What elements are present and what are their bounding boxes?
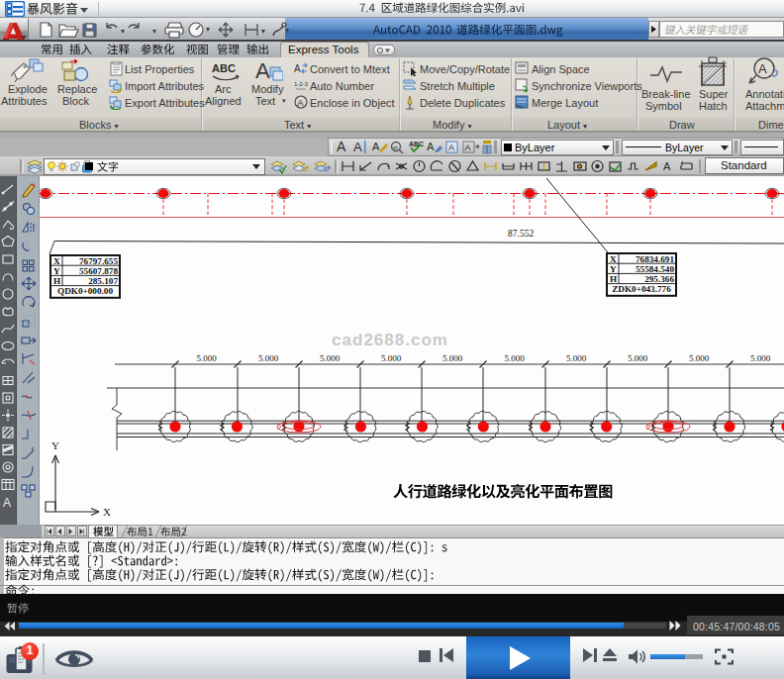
svg-text:76797.655: 76797.655 bbox=[79, 256, 118, 266]
svg-text:5.000: 5.000 bbox=[258, 353, 279, 363]
svg-text:A: A bbox=[353, 140, 362, 154]
svg-text:A: A bbox=[758, 61, 767, 76]
svg-text:Y: Y bbox=[610, 264, 617, 274]
svg-text:QDK0+000.00: QDK0+000.00 bbox=[57, 286, 113, 296]
svg-text:H: H bbox=[53, 276, 60, 286]
svg-text:A: A bbox=[3, 496, 11, 510]
svg-text:5.000: 5.000 bbox=[504, 353, 525, 363]
svg-text:5.000: 5.000 bbox=[689, 353, 710, 363]
svg-text:5.000: 5.000 bbox=[566, 353, 587, 363]
svg-text:Y: Y bbox=[53, 266, 60, 276]
svg-text:ABC: ABC bbox=[409, 141, 424, 147]
svg-text:A: A bbox=[255, 58, 270, 83]
svg-text:A: A bbox=[372, 141, 380, 152]
svg-text:A: A bbox=[427, 141, 435, 152]
svg-text:1-2-3: 1-2-3 bbox=[294, 81, 309, 87]
svg-text:5.000: 5.000 bbox=[196, 353, 217, 363]
svg-text:A: A bbox=[294, 63, 301, 74]
svg-text:H: H bbox=[610, 274, 617, 284]
svg-text:Y: Y bbox=[51, 439, 59, 451]
svg-text:X: X bbox=[103, 506, 111, 518]
svg-text:5.000: 5.000 bbox=[628, 353, 648, 363]
svg-text:A: A bbox=[337, 139, 346, 154]
svg-text:5.000: 5.000 bbox=[320, 353, 341, 363]
svg-text:ZDK0+043.776: ZDK0+043.776 bbox=[612, 284, 671, 294]
svg-text:cad2688.com: cad2688.com bbox=[332, 331, 448, 349]
svg-text:A: A bbox=[298, 98, 304, 108]
svg-text:ABC: ABC bbox=[212, 62, 236, 74]
svg-text:87.552: 87.552 bbox=[508, 229, 534, 239]
svg-text:55584.540: 55584.540 bbox=[636, 264, 674, 274]
svg-text:5.000: 5.000 bbox=[750, 353, 771, 363]
svg-text:5.000: 5.000 bbox=[442, 353, 463, 363]
svg-text:295.366: 295.366 bbox=[644, 274, 674, 284]
svg-text:A: A bbox=[663, 160, 671, 172]
svg-text:ab: ab bbox=[393, 145, 399, 150]
svg-text:76834.691: 76834.691 bbox=[636, 254, 674, 264]
svg-text:55607.878: 55607.878 bbox=[79, 266, 118, 276]
svg-text:A: A bbox=[448, 143, 454, 152]
svg-text:X: X bbox=[53, 256, 60, 266]
svg-text:285.107: 285.107 bbox=[88, 276, 118, 286]
svg-text:5.000: 5.000 bbox=[381, 353, 402, 363]
svg-text:A: A bbox=[465, 143, 471, 152]
svg-text:X: X bbox=[610, 254, 617, 264]
